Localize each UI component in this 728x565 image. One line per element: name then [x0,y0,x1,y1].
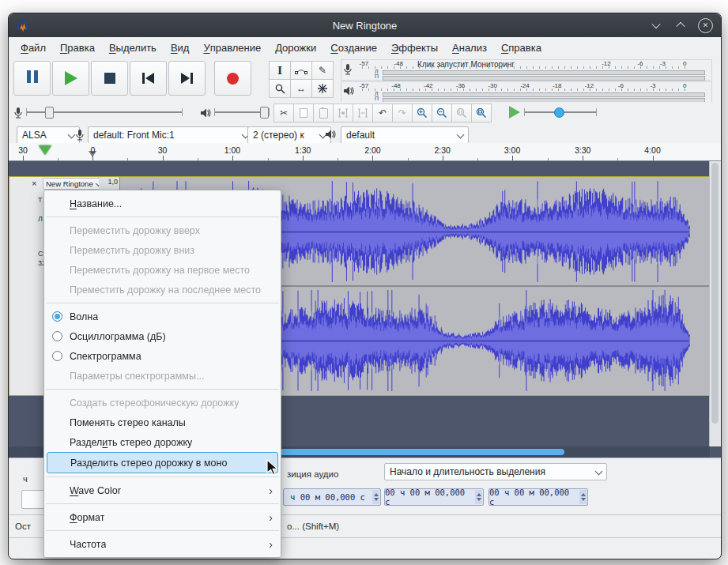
menubar-item[interactable]: Выделить [102,37,164,58]
recording-volume-thumb[interactable] [45,107,54,119]
radio-icon [52,331,62,341]
titlebar[interactable]: New Ringtone ✕ [9,13,721,37]
copy-icon [300,108,307,118]
record-icon [227,73,239,85]
timeline-tick [92,156,93,160]
minimize-button[interactable] [649,19,662,32]
play-at-speed-button[interactable] [509,106,520,119]
recording-channels-dropdown[interactable]: 2 (стерео) к [247,126,331,144]
multi-tool-button[interactable] [311,79,334,98]
recording-meter[interactable]: -57-48-12-6-30 Клик запустит Мониторинг … [341,59,712,81]
menu-item[interactable]: Волна [44,307,281,326]
recording-meter-bars [383,70,705,81]
menubar-item[interactable]: Управление [196,37,268,58]
menubar-item[interactable]: Создание [323,37,384,58]
microphone-icon [75,129,85,141]
meter-scale-label: -48 [394,60,403,67]
play-button[interactable] [52,61,89,96]
zoom-out-button[interactable] [432,104,452,122]
playback-volume-thumb[interactable] [260,107,269,119]
selection-mode-value: Начало и длительность выделения [390,466,545,477]
maximize-button[interactable] [673,19,687,32]
zoom-selection-button[interactable] [451,104,472,122]
recording-device-dropdown[interactable]: default: Front Mic:1 [88,126,254,144]
vertical-scrollbar-thumb[interactable] [711,163,719,424]
stop-button[interactable] [91,61,128,96]
trim-icon [338,108,349,118]
spinner-icon[interactable] [475,490,482,504]
timeline-tick-minor [408,158,409,160]
silence-audio-button[interactable] [353,104,373,122]
time-shift-tool-button[interactable]: ↔ [290,79,312,98]
track-close-button[interactable]: × [32,178,36,189]
selection-duration-field[interactable]: 00 ч 00 м 00,000 с [488,488,588,506]
audio-host-dropdown[interactable]: ALSA [17,126,80,144]
draw-tool-button[interactable]: ✎ [311,61,334,80]
menu-item[interactable]: Формат› [44,507,281,527]
timeline-pin-icon[interactable] [39,145,51,155]
zoom-fit-icon [476,107,487,119]
playback-device-value: default [346,130,375,141]
menu-item[interactable]: Частота› [44,534,281,554]
track-name-button[interactable]: New Ringtone [43,178,104,190]
record-button[interactable] [214,61,251,96]
redo-button[interactable]: ↷ [392,104,413,122]
menu-item-label: Преместить дорожку на последнее место [70,284,261,296]
menu-separator [46,530,279,531]
pause-button[interactable] [13,61,51,96]
timeline-tick [303,156,304,160]
zoom-fit-button[interactable] [471,104,492,122]
timeline-label: 2:30 [434,145,450,155]
skip-to-end-button[interactable] [168,61,206,96]
menubar-item[interactable]: Файл [13,37,53,58]
menu-item: Переместить дорожку на первое место [44,260,281,280]
envelope-tool-icon [295,66,307,75]
spinner-icon[interactable] [579,490,587,504]
timeline-tick-minor [477,158,478,160]
play-speed-thumb[interactable] [554,107,564,118]
playback-meter[interactable]: -57-48-42-36-30-24-18-12-6-30 ЛП [341,81,712,103]
desktop: New Ringtone ✕ ФайлПравкаВыделитьВидУпра… [0,0,728,565]
dropdown-chevron-icon [62,134,74,137]
trim-audio-button[interactable] [333,104,353,122]
menu-item: Преместить дорожку на последнее место [44,280,281,299]
play-speed-slider[interactable] [524,106,597,119]
submenu-arrow-icon: › [269,539,273,550]
selection-tool-button[interactable]: I [269,61,291,80]
menubar-item[interactable]: Эффекты [384,37,445,58]
skip-to-start-button[interactable] [130,61,167,96]
menubar-item[interactable]: Справка [494,37,549,58]
timeline-tick-minor [548,158,549,160]
menubar-item[interactable]: Анализ [445,37,494,58]
menu-item[interactable]: Wave Color› [44,480,281,500]
vertical-scrollbar[interactable] [709,161,721,446]
zoom-tool-button[interactable] [269,79,291,98]
menubar-item[interactable]: Вид [164,37,197,58]
selection-start-field[interactable]: 00 ч 00 м 00,000 с [384,488,484,506]
timeline-ruler[interactable]: 300301:001:302:002:303:003:304:00 [9,143,721,161]
recording-volume-slider[interactable] [26,106,183,119]
edit-toolbar: ✂ ↶ ↷ [274,104,492,122]
menu-item[interactable]: Осциллограмма (дБ) [44,326,281,346]
menu-item[interactable]: Поменять стерео каналы [44,412,281,432]
paste-button[interactable] [313,104,334,122]
close-button[interactable]: ✕ [698,18,713,33]
undo-button[interactable]: ↶ [372,104,393,122]
playback-device-dropdown[interactable]: default [341,126,469,144]
menu-item[interactable]: Разделить стерео дорожку в моно [47,452,278,473]
menubar-item[interactable]: Дорожки [268,37,323,58]
spinner-icon[interactable] [372,490,379,504]
status-message-text: о... (Shift+M) [287,522,339,531]
menu-item[interactable]: Разделить стерео дорожку [44,432,281,452]
menubar-item[interactable]: Правка [53,37,102,58]
selection-mode-dropdown[interactable]: Начало и длительность выделения [384,463,607,480]
menu-item[interactable]: Спектрограмма [44,346,281,366]
audio-position-field[interactable]: ч 00 м 00,000 с [283,488,381,506]
copy-button[interactable] [293,104,314,122]
menu-item[interactable]: Название... [44,194,281,213]
envelope-tool-button[interactable] [290,61,312,80]
cut-button[interactable]: ✂ [273,104,294,122]
skip-start-icon [142,73,154,84]
zoom-in-button[interactable] [412,104,432,122]
playback-volume-slider[interactable] [214,106,270,119]
